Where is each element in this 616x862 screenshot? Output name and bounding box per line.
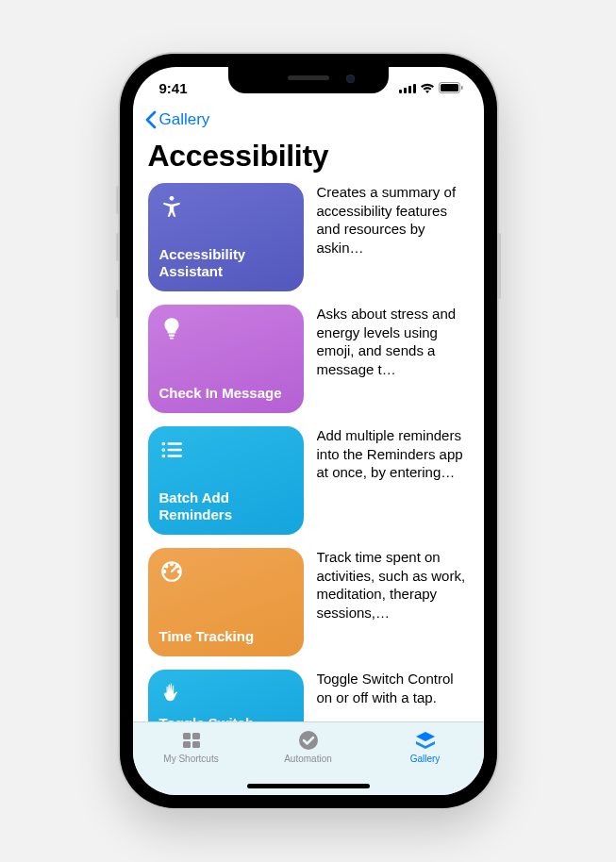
- shortcut-label: Time Tracking: [159, 628, 292, 645]
- shortcut-row: Check In Message Asks about stress and e…: [148, 305, 469, 413]
- nav-bar: Gallery: [133, 108, 484, 133]
- svg-point-20: [177, 571, 179, 572]
- stack-icon: [413, 729, 438, 752]
- shortcut-card-batch-add-reminders[interactable]: Batch Add Reminders: [148, 426, 304, 535]
- status-time: 9:41: [159, 80, 216, 96]
- tab-label: My Shortcuts: [163, 754, 218, 764]
- shortcut-label: Toggle Switch: [159, 715, 292, 721]
- svg-point-12: [162, 449, 163, 450]
- svg-point-10: [162, 443, 163, 444]
- lightbulb-icon: [159, 316, 184, 340]
- shortcut-description: Track time spent on activities, such as …: [317, 548, 469, 656]
- tab-gallery[interactable]: Gallery: [367, 722, 484, 795]
- svg-point-21: [165, 566, 167, 568]
- svg-line-17: [172, 568, 175, 572]
- page-title: Accessibility: [133, 133, 484, 183]
- tab-label: Gallery: [410, 754, 441, 764]
- tab-label: Automation: [284, 754, 332, 764]
- shortcut-row: Batch Add Reminders Add multiple reminde…: [148, 426, 469, 535]
- shortcut-card-check-in-message[interactable]: Check In Message: [148, 305, 304, 413]
- notch: [228, 67, 389, 93]
- home-indicator[interactable]: [247, 784, 370, 788]
- svg-point-7: [169, 196, 174, 201]
- shortcut-row: Accessibility Assistant Creates a summar…: [148, 183, 469, 291]
- device-frame: 9:41 Gallery Accessibility: [120, 54, 497, 808]
- shortcut-description: Toggle Switch Control on or off with a t…: [317, 670, 469, 721]
- svg-rect-0: [399, 90, 402, 93]
- tab-my-shortcuts[interactable]: My Shortcuts: [133, 722, 250, 795]
- svg-rect-23: [183, 733, 191, 739]
- shortcut-description: Creates a summary of accessibility featu…: [317, 183, 469, 291]
- tab-bar: My Shortcuts Automation Gallery: [133, 721, 484, 795]
- cellular-signal-icon: [399, 83, 416, 93]
- svg-point-14: [162, 456, 163, 456]
- gauge-icon: [159, 559, 184, 584]
- shortcut-description: Asks about stress and energy levels usin…: [317, 305, 469, 413]
- shortcut-label: Check In Message: [159, 385, 292, 402]
- screen: 9:41 Gallery Accessibility: [133, 67, 484, 795]
- shortcut-card-toggle-switch[interactable]: Toggle Switch: [148, 670, 304, 721]
- shortcut-label: Accessibility Assistant: [159, 246, 292, 280]
- shortcut-card-time-tracking[interactable]: Time Tracking: [148, 548, 304, 656]
- svg-point-27: [299, 731, 318, 750]
- svg-rect-24: [192, 733, 200, 739]
- svg-rect-3: [413, 84, 416, 93]
- svg-rect-25: [183, 741, 191, 748]
- svg-point-18: [171, 564, 173, 566]
- shortcut-card-accessibility-assistant[interactable]: Accessibility Assistant: [148, 183, 304, 291]
- svg-rect-26: [192, 741, 200, 748]
- svg-rect-1: [404, 88, 407, 93]
- svg-point-19: [163, 571, 165, 572]
- shortcut-description: Add multiple reminders into the Reminder…: [317, 426, 469, 535]
- svg-rect-2: [408, 86, 411, 93]
- list-icon: [159, 438, 184, 462]
- accessibility-icon: [159, 194, 184, 219]
- chevron-left-icon: [144, 110, 158, 129]
- shortcut-row: Time Tracking Track time spent on activi…: [148, 548, 469, 656]
- grid-icon: [179, 729, 204, 752]
- shortcut-row: Toggle Switch Toggle Switch Control on o…: [148, 670, 469, 721]
- hand-icon: [159, 681, 184, 705]
- clock-check-icon: [296, 729, 321, 752]
- svg-point-22: [175, 566, 177, 568]
- back-button[interactable]: Gallery: [144, 110, 210, 129]
- svg-rect-9: [169, 338, 173, 340]
- svg-rect-8: [168, 335, 175, 337]
- shortcut-list[interactable]: Accessibility Assistant Creates a summar…: [133, 183, 484, 721]
- svg-rect-6: [461, 86, 463, 90]
- shortcut-label: Batch Add Reminders: [159, 489, 292, 523]
- wifi-icon: [420, 83, 435, 93]
- back-label: Gallery: [159, 110, 210, 129]
- svg-rect-5: [441, 84, 458, 91]
- battery-icon: [439, 82, 463, 93]
